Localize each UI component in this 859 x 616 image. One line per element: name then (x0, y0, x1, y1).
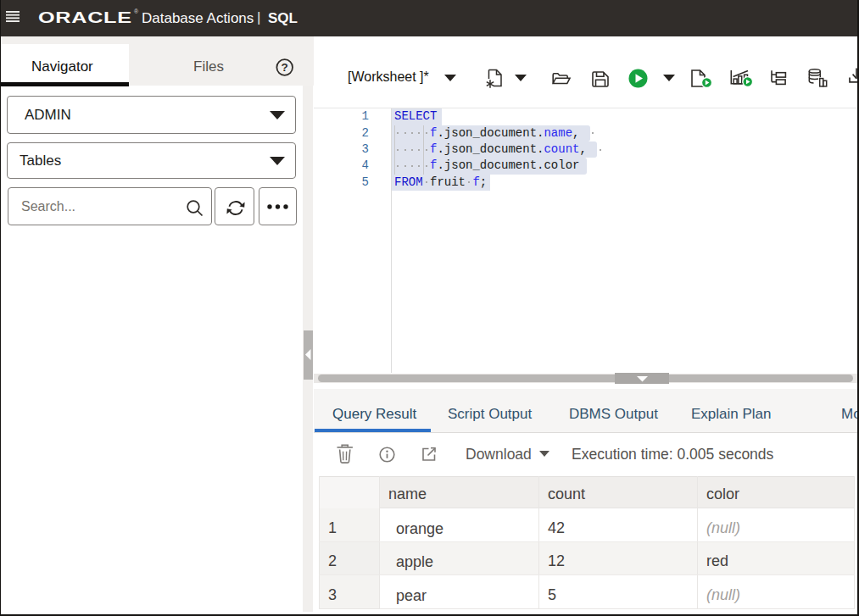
svg-text:?: ? (282, 61, 288, 74)
